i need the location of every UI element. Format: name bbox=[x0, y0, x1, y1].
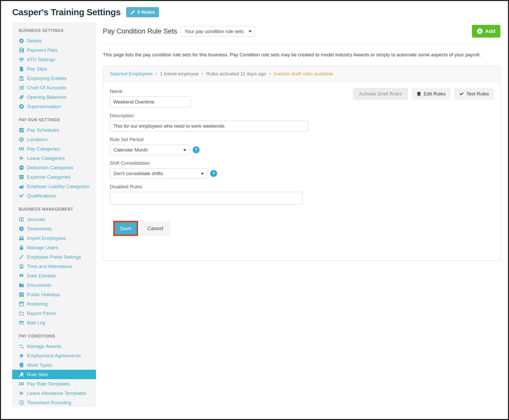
sidebar-item-pay-categories[interactable]: Pay Categories bbox=[12, 144, 96, 154]
sidebar-item-expense-categories[interactable]: Expense Categories bbox=[12, 172, 96, 182]
notes-badge-label: 0 Notes bbox=[137, 9, 155, 15]
sidebar-item-report-packs[interactable]: Report Packs bbox=[12, 309, 96, 318]
description-label: Description bbox=[110, 113, 494, 119]
sidebar-item-label: Work Types bbox=[27, 363, 52, 367]
test-rules-button[interactable]: Test Rules bbox=[454, 88, 494, 100]
activate-draft-rules-button[interactable]: Activate Draft Rules bbox=[353, 88, 408, 100]
name-input[interactable] bbox=[110, 96, 191, 108]
sidebar-item-pay-schedules[interactable]: Pay Schedules bbox=[12, 125, 96, 135]
sidebar-item-timesheets[interactable]: Timesheets bbox=[12, 224, 96, 233]
notes-badge[interactable]: 0 Notes bbox=[126, 7, 159, 17]
sidebar-item-import-employees[interactable]: Import Employees bbox=[12, 233, 96, 243]
sidebar-item-label: ATO Settings bbox=[27, 57, 55, 62]
rule-set-card: Salaried Employees • 1 linked employee •… bbox=[103, 66, 500, 261]
save-button[interactable]: Save bbox=[115, 222, 137, 234]
star-icon bbox=[19, 353, 24, 358]
sidebar-item-payment-files[interactable]: Payment Files bbox=[12, 45, 96, 55]
rule-set-link[interactable]: Salaried Employees bbox=[110, 71, 153, 77]
sidebar-item-ato-settings[interactable]: ATO Settings bbox=[12, 55, 96, 64]
shift-consolidation-select[interactable]: Don't consolidate shifts bbox=[110, 168, 207, 179]
sidebar-item-journals[interactable]: Journals bbox=[12, 215, 96, 224]
sidebar-item-qualifications[interactable]: Qualifications bbox=[12, 191, 96, 200]
sidebar-item-employee-portal-settings[interactable]: Employee Portal Settings bbox=[12, 252, 96, 262]
sidebar-section-list: Journals Timesheets Import Employees Man… bbox=[12, 215, 96, 327]
sidebar-item-rule-sets[interactable]: Rule Sets bbox=[12, 370, 96, 379]
sidebar-section: PAY RUN SETTINGS Pay Schedules Locations… bbox=[12, 118, 96, 200]
rule-set-period-select[interactable]: Calendar Month bbox=[110, 145, 190, 155]
content-row: BUSINESS SETTINGS Details Payment Files … bbox=[12, 22, 500, 407]
sidebar-item-pay-rate-templates[interactable]: Pay Rate Templates bbox=[12, 379, 96, 389]
sidebar-section: BUSINESS SETTINGS Details Payment Files … bbox=[12, 28, 96, 111]
sidebar-item-label: Pay Slips bbox=[27, 66, 47, 71]
sidebar-item-public-holidays[interactable]: Public Holidays bbox=[12, 290, 96, 299]
sidebar-item-documents[interactable]: Documents bbox=[12, 280, 96, 290]
lock-icon bbox=[19, 245, 24, 250]
sidebar-section: PAY CONDITIONS Manage Awards Employment … bbox=[12, 334, 96, 407]
sidebar-item-manage-users[interactable]: Manage Users bbox=[12, 243, 96, 252]
sidebar-item-mail-log[interactable]: Mail Log bbox=[12, 318, 96, 327]
sidebar-section-heading: PAY RUN SETTINGS bbox=[12, 118, 96, 122]
disabled-rules-input[interactable] bbox=[110, 192, 303, 205]
sidebar-item-timesheet-rounding[interactable]: Timesheet Rounding bbox=[12, 398, 96, 407]
people-icon bbox=[19, 236, 24, 241]
sidebar-item-work-types[interactable]: Work Types bbox=[12, 360, 96, 370]
file-icon bbox=[19, 66, 24, 72]
sidebar-item-superannuation[interactable]: Superannuation bbox=[12, 102, 96, 111]
add-button[interactable]: + Add bbox=[472, 25, 500, 38]
sidebar-section: BUSINESS MANAGEMENT Journals Timesheets … bbox=[12, 207, 96, 327]
cancel-button[interactable]: Cancel bbox=[141, 222, 170, 235]
edit-rules-button[interactable]: Edit Rules bbox=[412, 88, 451, 100]
sidebar-item-label: Leave Categories bbox=[27, 156, 65, 161]
sidebar-item-leave-allowance-templates[interactable]: Leave Allowance Templates bbox=[12, 389, 96, 398]
sidebar-item-pay-slips[interactable]: Pay Slips bbox=[12, 64, 96, 74]
sidebar-item-opening-balances[interactable]: Opening Balances bbox=[12, 92, 96, 102]
sidebar-item-details[interactable]: Details bbox=[12, 36, 96, 45]
sidebar-section-list: Pay Schedules Locations Pay Categories L… bbox=[12, 125, 96, 200]
sidebar-item-employing-entities[interactable]: Employing Entities bbox=[12, 74, 96, 83]
sidebar-item-locations[interactable]: Locations bbox=[12, 135, 96, 144]
gear-icon bbox=[19, 38, 24, 43]
globe-icon bbox=[19, 137, 24, 142]
lifering-icon bbox=[19, 104, 24, 109]
main-header: Pay Condition Rule Sets Your pay conditi… bbox=[103, 25, 500, 38]
plane-icon bbox=[19, 156, 24, 161]
sidebar-item-deduction-categories[interactable]: Deduction Categories bbox=[12, 163, 96, 172]
app-window: Casper's Training Settings 0 Notes BUSIN… bbox=[0, 0, 509, 420]
chart-icon bbox=[19, 184, 24, 189]
clock-icon bbox=[19, 226, 24, 231]
folder-open-icon bbox=[19, 311, 24, 316]
cloud-download-icon bbox=[19, 273, 24, 278]
sidebar-item-label: Timesheet Rounding bbox=[27, 400, 71, 405]
help-icon[interactable]: ? bbox=[210, 170, 217, 177]
sidebar-item-chart-of-accounts[interactable]: Chart Of Accounts bbox=[12, 83, 96, 92]
sidebar-item-manage-awards[interactable]: Manage Awards bbox=[12, 342, 96, 351]
sidebar-section-heading: PAY CONDITIONS bbox=[12, 334, 96, 339]
draft-rules-warning: Inactive draft rules available bbox=[273, 71, 333, 77]
calendar-icon bbox=[19, 292, 24, 297]
sidebar-section-list: Manage Awards Employment Agreements Work… bbox=[12, 342, 96, 407]
sidebar-section-list: Details Payment Files ATO Settings Pay S… bbox=[12, 36, 96, 111]
shift-consolidation: Don't consolidate shifts bbox=[110, 168, 207, 179]
sidebar-item-data-extracts[interactable]: Data Extracts bbox=[12, 271, 96, 280]
sidebar-section-heading: BUSINESS MANAGEMENT bbox=[12, 207, 96, 212]
sidebar-item-leave-categories[interactable]: Leave Categories bbox=[12, 154, 96, 163]
sidebar-item-employer-liability-categories[interactable]: Employer Liability Categories bbox=[12, 182, 96, 191]
gavel-icon bbox=[19, 372, 24, 377]
rule-set-filter-select[interactable]: Your pay condition rule sets bbox=[181, 26, 255, 37]
sidebar-item-label: Expense Categories bbox=[27, 175, 70, 179]
sidebar-item-time-and-attendance[interactable]: Time and Attendance bbox=[12, 262, 96, 271]
sidebar-item-rostering[interactable]: Rostering bbox=[12, 299, 96, 309]
sidebar-item-label: Rule Sets bbox=[27, 372, 48, 377]
intro-text: This page lists the pay condition rule s… bbox=[103, 52, 500, 58]
linked-employee-count: 1 linked employee bbox=[160, 71, 199, 77]
sidebar: BUSINESS SETTINGS Details Payment Files … bbox=[12, 22, 96, 407]
sidebar-section-heading: BUSINESS SETTINGS bbox=[12, 28, 96, 33]
main-panel: Pay Condition Rule Sets Your pay conditi… bbox=[103, 22, 500, 261]
sidebar-item-label: Pay Schedules bbox=[27, 128, 59, 132]
sidebar-item-label: Locations bbox=[27, 137, 47, 142]
description-input[interactable] bbox=[110, 121, 308, 131]
sidebar-item-employment-agreements[interactable]: Employment Agreements bbox=[12, 351, 96, 360]
sidebar-item-label: Chart Of Accounts bbox=[27, 85, 66, 90]
page-header: Casper's Training Settings 0 Notes bbox=[12, 7, 500, 17]
help-icon[interactable]: ? bbox=[193, 146, 200, 153]
